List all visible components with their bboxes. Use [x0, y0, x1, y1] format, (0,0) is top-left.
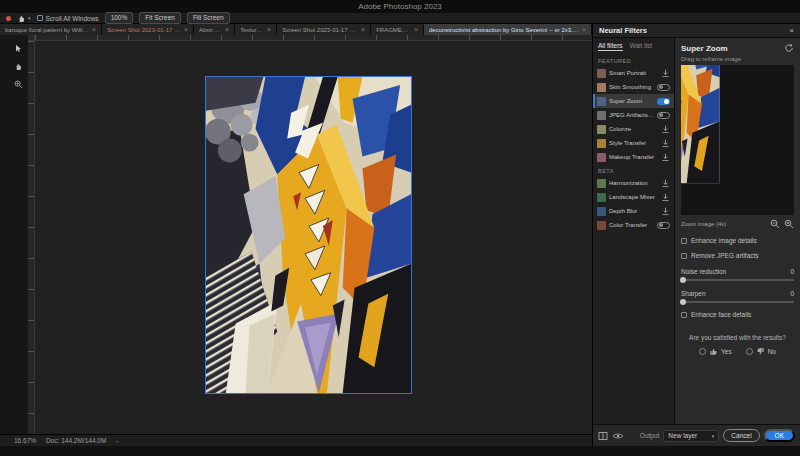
checkbox-label: Remove JPEG artifacts — [691, 252, 759, 259]
filter-list: All filters Wait list FEATURED Smart Por… — [593, 38, 675, 424]
download-icon[interactable] — [661, 193, 670, 202]
filter-item[interactable]: JPEG Artifacts Removal — [593, 108, 674, 122]
download-icon[interactable] — [661, 69, 670, 78]
thumbs-down-icon — [756, 347, 765, 356]
filter-item[interactable]: Colorize — [593, 122, 674, 136]
feedback-yes-option[interactable]: Yes — [699, 347, 732, 356]
document-tab[interactable]: FRAGMENTS.psd × — [371, 24, 424, 35]
photoshop-window: Adobe Photoshop 2023 ▾ Scroll All Window… — [0, 0, 800, 456]
abstract-painting — [206, 77, 411, 393]
filter-item[interactable]: Smart Portrait — [593, 66, 674, 80]
filter-name: JPEG Artifacts Removal — [609, 112, 654, 118]
feedback-no-option[interactable]: No — [746, 347, 776, 356]
cancel-button[interactable]: Cancel — [723, 429, 759, 442]
document-tab[interactable]: Screen Shot 2023-01-17 at 00.17.04.psd × — [277, 24, 371, 35]
slider-label: Noise reduction — [681, 268, 726, 275]
tab-close-icon[interactable]: × — [92, 26, 96, 33]
filter-thumb — [597, 97, 606, 106]
tab-wait-list[interactable]: Wait list — [630, 42, 653, 51]
filter-item[interactable]: Landscape Mixer — [593, 190, 674, 204]
fit-screen-button[interactable]: Fit Screen — [139, 12, 181, 24]
filter-thumb — [597, 83, 606, 92]
tab-close-icon[interactable]: × — [414, 26, 418, 33]
download-icon[interactable] — [661, 207, 670, 216]
filter-item[interactable]: Makeup Transfer — [593, 150, 674, 164]
filter-toggle-off[interactable] — [657, 222, 670, 229]
filter-name: Skin Smoothing — [609, 84, 654, 90]
split-view-icon[interactable] — [598, 431, 608, 441]
filter-preview[interactable] — [681, 65, 794, 215]
window-title: Adobe Photoshop 2023 — [358, 2, 442, 11]
filter-name: Depth Blur — [609, 208, 658, 214]
ok-button[interactable]: OK — [764, 429, 795, 442]
filter-item[interactable]: Style Transfer — [593, 136, 674, 150]
filter-item[interactable]: Super Zoom — [593, 94, 674, 108]
enhance-details-checkbox[interactable]: Enhance image details — [681, 237, 794, 244]
sharpen-slider[interactable] — [681, 301, 794, 303]
download-icon[interactable] — [661, 153, 670, 162]
noise-reduction-slider[interactable] — [681, 279, 794, 281]
filter-item[interactable]: Color Transfer — [593, 218, 674, 232]
scroll-all-windows-checkbox[interactable]: Scroll All Windows — [37, 15, 99, 22]
filter-item[interactable]: Skin Smoothing — [593, 80, 674, 94]
sharpen-slider-group: Sharpen 0 — [681, 290, 794, 303]
zoom-image-label: Zoom image (4x) — [681, 221, 726, 227]
panel-close-icon[interactable]: × — [789, 26, 794, 35]
zoom-in-icon[interactable] — [784, 219, 794, 229]
filter-item[interactable]: Harmonization — [593, 176, 674, 190]
filter-toggle-on[interactable] — [657, 98, 670, 105]
hand-tool-button-icon[interactable] — [14, 62, 23, 71]
filter-name: Colorize — [609, 126, 658, 132]
document-tab[interactable]: baroque floral pattern by William Morris… — [0, 24, 102, 35]
checkbox-box — [681, 238, 687, 244]
download-icon[interactable] — [661, 139, 670, 148]
hand-tool-icon — [17, 14, 26, 23]
tab-close-icon[interactable]: × — [184, 26, 188, 33]
zoom-out-icon[interactable] — [770, 219, 780, 229]
thumbs-up-icon — [709, 347, 718, 356]
fill-screen-button[interactable]: Fill Screen — [187, 12, 230, 24]
yes-label: Yes — [721, 348, 732, 355]
tab-close-icon[interactable]: × — [225, 26, 229, 33]
window-close-button[interactable] — [6, 16, 11, 21]
document-tab[interactable]: Screen Shot 2023-01-17 at 05.17.23.png × — [102, 24, 194, 35]
zoom-100-button[interactable]: 100% — [105, 12, 134, 24]
filter-toggle-off[interactable] — [657, 112, 670, 119]
document-image[interactable] — [205, 76, 412, 394]
filter-thumb — [597, 125, 606, 134]
filter-thumb — [597, 221, 606, 230]
tab-label: Textured.psd — [240, 27, 264, 33]
slider-knob[interactable] — [680, 299, 686, 305]
status-chevron-icon[interactable]: › — [116, 438, 118, 444]
zoom-percent[interactable]: 16.67% — [14, 437, 36, 444]
document-tab[interactable]: Textured.psd × — [235, 24, 277, 35]
download-icon[interactable] — [661, 125, 670, 134]
zoom-tool-icon[interactable] — [14, 80, 23, 89]
document-tab[interactable]: Abstract.psd × — [194, 24, 235, 35]
slider-value: 0 — [790, 290, 794, 297]
filter-thumb — [597, 193, 606, 202]
tab-close-icon[interactable]: × — [267, 26, 271, 33]
canvas-area[interactable] — [35, 41, 592, 434]
tab-close-icon[interactable]: × — [361, 26, 365, 33]
document-tab[interactable]: deconstructivist abstraction by Gino Sev… — [424, 24, 592, 35]
checkbox-label: Enhance face details — [691, 311, 751, 318]
tab-label: FRAGMENTS.psd — [376, 27, 411, 33]
tab-all-filters[interactable]: All filters — [598, 42, 623, 51]
filter-toggle-off[interactable] — [657, 84, 670, 91]
output-select[interactable]: New layer ▾ — [663, 430, 719, 442]
tool-options-bar: ▾ Scroll All Windows 100% Fit Screen Fil… — [0, 13, 800, 24]
remove-jpeg-artifacts-checkbox[interactable]: Remove JPEG artifacts — [681, 252, 794, 259]
title-bar: Adobe Photoshop 2023 — [0, 0, 800, 13]
tab-close-icon[interactable]: × — [582, 26, 586, 33]
filter-item[interactable]: Depth Blur — [593, 204, 674, 218]
enhance-face-checkbox[interactable]: Enhance face details — [681, 311, 794, 318]
preview-eye-icon[interactable] — [612, 432, 624, 440]
move-tool-icon[interactable] — [14, 44, 23, 53]
slider-knob[interactable] — [680, 277, 686, 283]
download-icon[interactable] — [661, 179, 670, 188]
filter-name: Landscape Mixer — [609, 194, 658, 200]
hand-tool-preset[interactable]: ▾ — [17, 14, 31, 23]
no-label: No — [768, 348, 776, 355]
reset-icon[interactable] — [784, 43, 794, 53]
